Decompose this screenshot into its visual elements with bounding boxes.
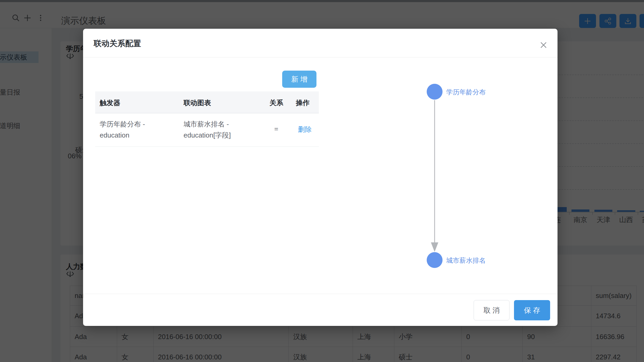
source-node-label: 学历年龄分布 xyxy=(446,88,486,96)
source-node[interactable] xyxy=(427,84,443,100)
footer-divider xyxy=(83,294,558,294)
target-node-label: 城市薪水排名 xyxy=(446,256,486,265)
close-icon[interactable] xyxy=(535,37,552,53)
dialog-title: 联动关系配置 xyxy=(94,38,141,49)
relation-value: = xyxy=(274,125,278,133)
col-relation: 关系 xyxy=(270,98,283,107)
linkage-table-row: 学历年龄分布 - education 城市薪水排名 - education[字段… xyxy=(95,113,319,147)
col-linked-chart: 联动图表 xyxy=(184,98,211,107)
dialog-header: 联动关系配置 xyxy=(83,29,558,57)
col-trigger: 触发器 xyxy=(100,98,120,107)
add-linkage-button[interactable]: 新 增 xyxy=(282,71,316,88)
linkage-table-header: 触发器 联动图表 关系 操作 xyxy=(95,91,319,113)
trigger-cell: 学历年龄分布 - education xyxy=(100,119,145,141)
linkage-config-dialog: 联动关系配置 新 增 触发器 联动图表 关系 操作 学历年龄分布 - educa… xyxy=(83,29,558,326)
linkage-table: 触发器 联动图表 关系 操作 学历年龄分布 - education 城市薪水排名… xyxy=(95,91,319,147)
target-node[interactable] xyxy=(427,252,443,268)
linked-chart-cell: 城市薪水排名 - education[字段] xyxy=(184,119,231,141)
save-button[interactable]: 保 存 xyxy=(514,300,550,320)
col-operation: 操作 xyxy=(296,98,310,107)
cancel-button[interactable]: 取 消 xyxy=(474,300,510,320)
delete-link[interactable]: 删除 xyxy=(298,125,312,134)
linkage-diagram xyxy=(424,81,445,271)
